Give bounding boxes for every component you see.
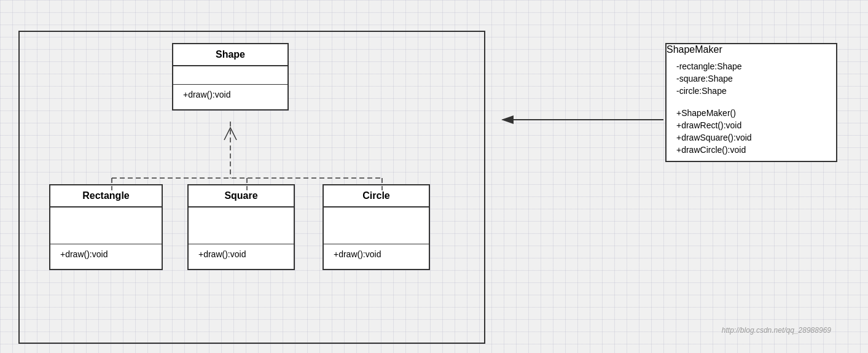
watermark: http://blog.csdn.net/qq_28988969: [722, 326, 831, 335]
shapemaker-class-header: ShapeMaker: [667, 44, 836, 55]
circle-class: Circle +draw():void: [323, 184, 430, 270]
circle-class-methods: +draw():void: [324, 244, 429, 269]
shape-class-header: Shape: [173, 44, 287, 66]
shape-class: Shape +draw():void: [172, 43, 289, 111]
square-class-attributes: [189, 208, 294, 244]
shapemaker-method-3: +drawSquare():void: [676, 133, 826, 142]
square-class-methods: +draw():void: [189, 244, 294, 269]
square-class: Square +draw():void: [187, 184, 295, 270]
shapemaker-class-attributes: -rectangle:Shape -square:Shape -circle:S…: [667, 55, 836, 102]
square-class-header: Square: [189, 185, 294, 208]
shapemaker-attr-1: -rectangle:Shape: [676, 61, 826, 71]
shapemaker-method-4: +drawCircle():void: [676, 145, 826, 155]
shapemaker-method-1: +ShapeMaker(): [676, 108, 826, 118]
rectangle-class-attributes: [50, 208, 162, 244]
shape-class-methods: +draw():void: [173, 85, 287, 109]
shape-class-attributes: [173, 66, 287, 85]
diagram-container: Shape +draw():void Rectangle +draw():voi…: [12, 12, 856, 341]
shapemaker-attr-3: -circle:Shape: [676, 86, 826, 96]
circle-class-attributes: [324, 208, 429, 244]
rectangle-class: Rectangle +draw():void: [49, 184, 163, 270]
shapemaker-class-methods: +ShapeMaker() +drawRect():void +drawSqua…: [667, 102, 836, 161]
shapemaker-method-2: +drawRect():void: [676, 120, 826, 130]
rectangle-class-methods: +draw():void: [50, 244, 162, 269]
shapemaker-class: ShapeMaker -rectangle:Shape -square:Shap…: [665, 43, 837, 162]
shapemaker-attr-2: -square:Shape: [676, 74, 826, 83]
circle-class-header: Circle: [324, 185, 429, 208]
rectangle-class-header: Rectangle: [50, 185, 162, 208]
